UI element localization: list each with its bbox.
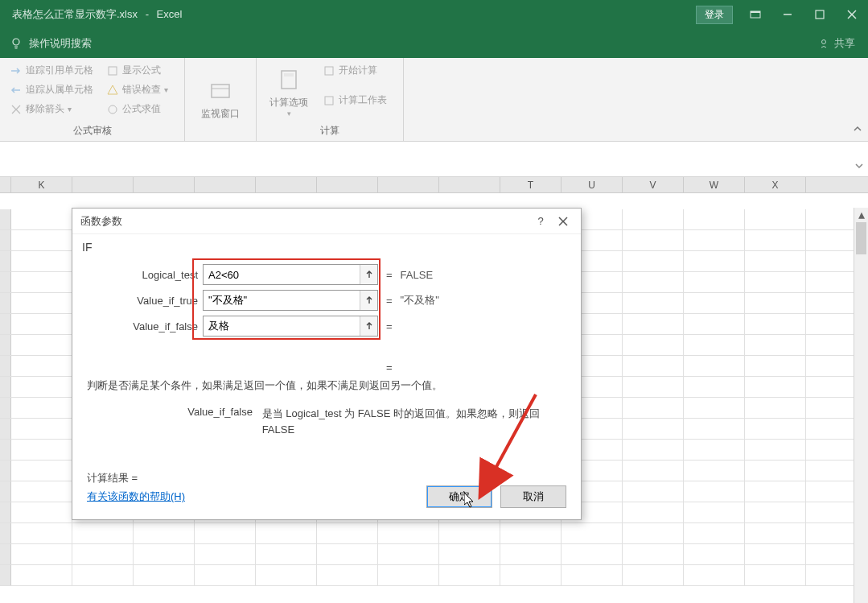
trace-dependents-button[interactable]: 追踪从属单元格	[6, 81, 97, 98]
column-header[interactable]	[378, 177, 439, 192]
svg-marker-11	[108, 85, 117, 94]
logical-test-input[interactable]	[204, 265, 360, 284]
title-bar: 表格怎么正常显示数字.xlsx - Excel 登录	[0, 0, 868, 29]
dropdown-arrow-icon: ▾	[68, 105, 72, 114]
param-name: Value_if_false	[87, 406, 259, 418]
function-name: IF	[82, 241, 566, 254]
calc-sheet-icon	[323, 94, 335, 107]
ribbon-group-label: 公式审核	[6, 122, 178, 139]
column-header[interactable]: W	[684, 177, 745, 192]
param-description: 是当 Logical_test 为 FALSE 时的返回值。如果忽略，则返回 F…	[262, 406, 545, 437]
svg-point-6	[13, 39, 19, 45]
ribbon-group-label: 计算	[263, 122, 397, 139]
login-button[interactable]: 登录	[696, 6, 733, 24]
close-icon[interactable]	[836, 0, 868, 29]
value-if-true-input[interactable]	[204, 291, 360, 310]
svg-rect-1	[751, 11, 760, 13]
column-header[interactable]	[195, 177, 256, 192]
app-name: Excel	[157, 8, 183, 20]
watch-window-icon	[208, 78, 233, 104]
ribbon-display-icon[interactable]	[739, 0, 771, 29]
svg-rect-3	[816, 10, 824, 19]
evaluate-formula-icon	[106, 103, 119, 116]
minimize-icon[interactable]	[771, 0, 804, 29]
collapse-ribbon-icon[interactable]	[852, 123, 863, 138]
arg-label: Logical_test	[127, 269, 203, 281]
arg-result: FALSE	[401, 269, 433, 281]
scrollbar-thumb[interactable]	[856, 222, 866, 254]
column-header[interactable]	[317, 177, 378, 192]
error-check-button[interactable]: 错误检查 ▾	[103, 81, 171, 98]
function-help-link[interactable]: 有关该函数的帮助(H)	[87, 489, 185, 504]
column-header-row: K T U V W X	[0, 177, 868, 193]
scroll-up-icon[interactable]: ▴	[854, 208, 868, 221]
help-icon[interactable]: ?	[529, 210, 552, 233]
arg-label: Value_if_false	[127, 320, 203, 332]
column-header[interactable]	[256, 177, 317, 192]
column-header[interactable]	[72, 177, 134, 192]
close-icon[interactable]	[552, 210, 574, 233]
share-label: 共享	[834, 36, 855, 51]
column-header[interactable]: K	[11, 177, 72, 192]
column-header[interactable]: V	[623, 177, 684, 192]
calc-now-icon	[323, 64, 335, 77]
vertical-scrollbar[interactable]: ▴	[854, 208, 868, 603]
filename: 表格怎么正常显示数字.xlsx	[12, 8, 138, 20]
tellme-bar: 操作说明搜索 共享	[0, 29, 868, 58]
svg-rect-10	[109, 67, 117, 75]
function-arguments-dialog: 函数参数 ? IF Logical_test = FALSE Value_if_…	[72, 208, 582, 520]
column-header[interactable]	[134, 177, 195, 192]
ribbon: 追踪引用单元格 追踪从属单元格 移除箭头 ▾ 显示公式	[0, 58, 868, 142]
remove-arrows-button[interactable]: 移除箭头 ▾	[6, 101, 97, 118]
equals-sign: =	[386, 295, 393, 307]
column-header[interactable]	[439, 177, 500, 192]
equals-sign: =	[386, 269, 393, 281]
cancel-button[interactable]: 取消	[500, 485, 566, 508]
arg-result: "不及格"	[401, 293, 439, 308]
select-all-corner[interactable]	[0, 177, 11, 192]
maximize-icon[interactable]	[804, 0, 836, 29]
column-header[interactable]: X	[745, 177, 806, 192]
trace-precedents-button[interactable]: 追踪引用单元格	[6, 62, 97, 79]
svg-rect-16	[284, 73, 294, 76]
column-header[interactable]: T	[500, 177, 562, 192]
svg-point-9	[822, 40, 826, 44]
expand-formula-icon[interactable]	[854, 160, 865, 175]
watch-window-button[interactable]: 监视窗口	[195, 62, 246, 136]
calc-now-button[interactable]: 开始计算	[319, 62, 390, 79]
calc-options-icon	[276, 67, 302, 93]
show-formulas-button[interactable]: 显示公式	[103, 62, 171, 79]
evaluate-formula-button[interactable]: 公式求值	[103, 101, 171, 118]
trace-precedents-icon	[10, 64, 23, 77]
svg-rect-17	[325, 67, 333, 75]
dialog-title: 函数参数	[80, 214, 122, 229]
collapse-dialog-icon[interactable]	[360, 265, 377, 284]
share-button[interactable]: 共享	[820, 36, 855, 51]
svg-rect-18	[325, 97, 333, 105]
collapse-dialog-icon[interactable]	[360, 291, 377, 310]
error-check-icon	[106, 84, 119, 97]
svg-rect-13	[212, 85, 229, 97]
ok-button[interactable]: 确定	[426, 485, 492, 508]
collapse-dialog-icon[interactable]	[360, 316, 377, 336]
dialog-titlebar[interactable]: 函数参数 ?	[72, 209, 581, 234]
formula-result-eq: =	[386, 361, 566, 374]
arg-label: Value_if_true	[127, 295, 203, 307]
show-formulas-icon	[106, 64, 119, 77]
formula-bar[interactable]	[0, 142, 868, 177]
dropdown-arrow-icon: ▾	[164, 85, 168, 94]
calc-options-button[interactable]: 计算选项 ▾	[263, 62, 315, 122]
function-description: 判断是否满足某个条件，如果满足返回一个值，如果不满足则返回另一个值。	[87, 378, 566, 393]
window-title: 表格怎么正常显示数字.xlsx - Excel	[12, 7, 182, 22]
calc-result-label: 计算结果 =	[87, 471, 566, 485]
value-if-false-input[interactable]	[204, 316, 360, 336]
remove-arrows-icon	[10, 103, 23, 116]
trace-dependents-icon	[10, 84, 23, 97]
svg-point-12	[109, 105, 117, 114]
lightbulb-icon	[10, 37, 23, 50]
title-separator: -	[146, 8, 149, 20]
equals-sign: =	[386, 320, 393, 332]
column-header[interactable]: U	[562, 177, 623, 192]
calc-sheet-button[interactable]: 计算工作表	[319, 92, 390, 109]
tellme-input[interactable]: 操作说明搜索	[29, 36, 92, 51]
